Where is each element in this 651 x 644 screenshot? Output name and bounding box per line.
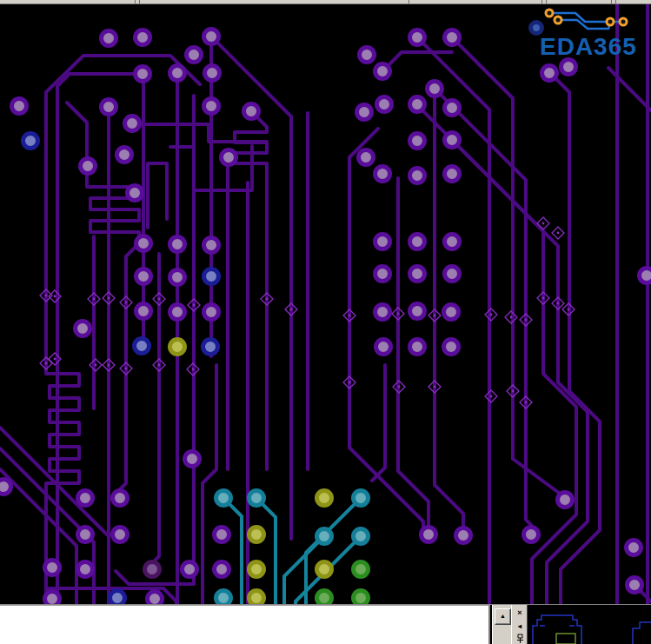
- pad[interactable]: [145, 562, 160, 577]
- pad[interactable]: [249, 528, 264, 542]
- pad[interactable]: [445, 30, 460, 45]
- pad[interactable]: [216, 591, 231, 606]
- pad[interactable]: [375, 64, 390, 79]
- pad[interactable]: [136, 67, 150, 82]
- pad[interactable]: [249, 562, 264, 577]
- pad[interactable]: [136, 304, 151, 319]
- pcb-canvas[interactable]: [0, 0, 651, 644]
- command-input-area[interactable]: [0, 605, 490, 644]
- pad[interactable]: [78, 491, 93, 506]
- pad[interactable]: [249, 491, 264, 506]
- pad[interactable]: [444, 305, 459, 320]
- pad[interactable]: [640, 269, 651, 283]
- pad[interactable]: [170, 237, 185, 252]
- pad[interactable]: [12, 99, 27, 114]
- pad[interactable]: [410, 134, 425, 149]
- pad[interactable]: [410, 304, 425, 319]
- pad[interactable]: [170, 305, 185, 320]
- pad[interactable]: [205, 66, 220, 81]
- pad[interactable]: [627, 541, 641, 555]
- pad[interactable]: [456, 528, 471, 543]
- pad[interactable]: [78, 562, 93, 577]
- pad[interactable]: [410, 235, 425, 249]
- trace[interactable]: [608, 68, 651, 110]
- pad[interactable]: [376, 340, 391, 355]
- pad[interactable]: [410, 30, 425, 45]
- pad[interactable]: [113, 528, 128, 542]
- pad[interactable]: [377, 97, 392, 112]
- pad[interactable]: [76, 322, 90, 336]
- scroll-up-button[interactable]: ▲: [495, 608, 511, 625]
- pad[interactable]: [170, 340, 185, 355]
- close-icon[interactable]: ×: [515, 608, 525, 619]
- pad[interactable]: [354, 591, 369, 606]
- pad[interactable]: [317, 529, 332, 544]
- pad[interactable]: [110, 591, 125, 606]
- pad[interactable]: [204, 238, 219, 253]
- vertical-scrollbar[interactable]: ▲: [492, 605, 511, 644]
- pad[interactable]: [410, 267, 425, 282]
- pad[interactable]: [203, 340, 218, 355]
- pad[interactable]: [215, 562, 229, 577]
- pad[interactable]: [620, 18, 627, 25]
- pad[interactable]: [354, 491, 369, 506]
- pad[interactable]: [204, 269, 219, 284]
- pad[interactable]: [170, 66, 185, 81]
- pad[interactable]: [204, 99, 219, 114]
- pad[interactable]: [561, 60, 576, 75]
- pad[interactable]: [359, 150, 374, 165]
- trace[interactable]: [457, 43, 562, 495]
- trace[interactable]: [148, 163, 167, 228]
- teal-trace[interactable]: [284, 541, 319, 608]
- pad[interactable]: [524, 528, 539, 542]
- pad[interactable]: [215, 528, 229, 542]
- pad[interactable]: [354, 562, 369, 577]
- pad[interactable]: [216, 491, 231, 506]
- pad[interactable]: [445, 235, 460, 249]
- pad[interactable]: [204, 30, 219, 44]
- pad[interactable]: [607, 18, 614, 25]
- pad[interactable]: [128, 186, 143, 201]
- pad[interactable]: [375, 167, 390, 182]
- pad[interactable]: [222, 150, 236, 165]
- pad[interactable]: [555, 17, 561, 23]
- pad[interactable]: [45, 561, 60, 575]
- pad[interactable]: [354, 529, 369, 544]
- pin-icon[interactable]: [515, 634, 525, 644]
- pad[interactable]: [444, 340, 459, 355]
- pad[interactable]: [445, 267, 460, 282]
- trace[interactable]: [372, 365, 385, 481]
- pad[interactable]: [117, 148, 132, 163]
- pad[interactable]: [422, 528, 436, 542]
- pad[interactable]: [317, 562, 332, 577]
- pad[interactable]: [428, 82, 442, 96]
- pad[interactable]: [81, 159, 96, 174]
- pad[interactable]: [317, 591, 332, 606]
- pad[interactable]: [445, 133, 460, 148]
- trace[interactable]: [0, 428, 109, 536]
- pad[interactable]: [136, 269, 151, 284]
- pad[interactable]: [0, 480, 11, 495]
- chevron-left-icon[interactable]: ◂: [515, 621, 525, 632]
- trace[interactable]: [422, 43, 489, 608]
- pad[interactable]: [135, 339, 149, 354]
- pad[interactable]: [410, 97, 425, 112]
- pad[interactable]: [102, 100, 116, 115]
- pad[interactable]: [375, 305, 390, 320]
- pad[interactable]: [375, 235, 390, 249]
- pad[interactable]: [410, 340, 425, 355]
- pad[interactable]: [244, 104, 259, 119]
- pad[interactable]: [125, 116, 140, 131]
- pad[interactable]: [558, 493, 573, 508]
- pad[interactable]: [542, 66, 557, 81]
- pad[interactable]: [78, 528, 93, 542]
- pad[interactable]: [102, 31, 116, 46]
- pad[interactable]: [375, 267, 390, 282]
- pad[interactable]: [360, 48, 375, 63]
- pad[interactable]: [546, 10, 553, 17]
- pad[interactable]: [136, 236, 151, 251]
- footprint-preview-pane[interactable]: [528, 605, 651, 644]
- pad[interactable]: [170, 270, 185, 285]
- pad[interactable]: [445, 167, 460, 182]
- pad[interactable]: [204, 305, 219, 320]
